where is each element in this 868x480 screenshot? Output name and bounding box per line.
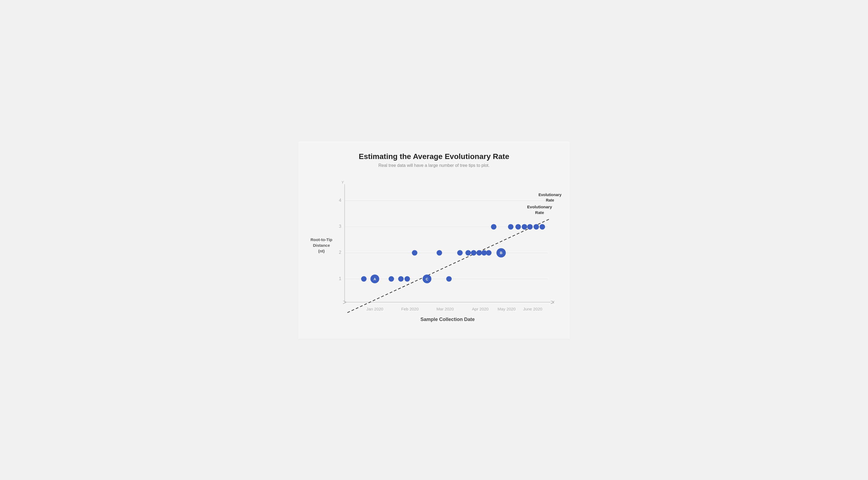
y-tick-4: 4 [339,198,341,203]
evo-rate-label-line2: Rate [535,210,544,215]
data-point [516,224,521,230]
y-tick-3: 3 [339,224,341,229]
evo-rate-label-line1: Evolutionary [527,205,552,209]
x-axis-label: Sample Collection Date [336,317,559,322]
regression-line [347,218,551,313]
data-point [389,276,394,282]
data-point-c-label: C [426,277,428,281]
data-point [533,224,539,230]
data-point [465,250,471,256]
data-point [476,250,482,256]
chart-title: Estimating the Average Evolutionary Rate [309,152,559,161]
data-point [527,224,533,230]
y-axis-letter: Y [341,180,344,185]
y-tick-1: 1 [339,276,341,281]
data-point [457,250,463,256]
data-point-a-label: A [373,277,376,281]
chart-svg: Y X 1 2 3 4 Jan 2020 Feb 2020 Mar 2020 A… [334,176,559,313]
data-point [522,224,527,230]
data-point [398,276,404,282]
data-point [508,224,514,230]
data-point [412,250,417,256]
data-point [404,276,410,282]
x-tick-june: June 2020 [523,307,542,311]
data-point-b-label: B [500,251,503,255]
y-tick-2: 2 [339,250,341,255]
chart-subtitle: Real tree data will have a large number … [309,163,559,168]
x-axis-letter: X [552,300,555,305]
x-tick-jan: Jan 2020 [367,307,383,311]
x-tick-mar: Mar 2020 [436,307,454,311]
data-point [486,250,492,256]
data-point [437,250,442,256]
data-point [361,276,367,282]
data-point [471,250,476,256]
evo-rate-annotation: EvolutionaryRate [538,192,561,203]
x-tick-apr: Apr 2020 [472,307,489,311]
data-point [539,224,545,230]
data-point [491,224,496,230]
x-tick-may: May 2020 [497,307,516,311]
chart-container: Estimating the Average Evolutionary Rate… [299,141,569,338]
y-axis-label: Root-to-TipDistance (nt) [309,237,334,254]
data-point [446,276,452,282]
x-tick-feb: Feb 2020 [401,307,418,311]
